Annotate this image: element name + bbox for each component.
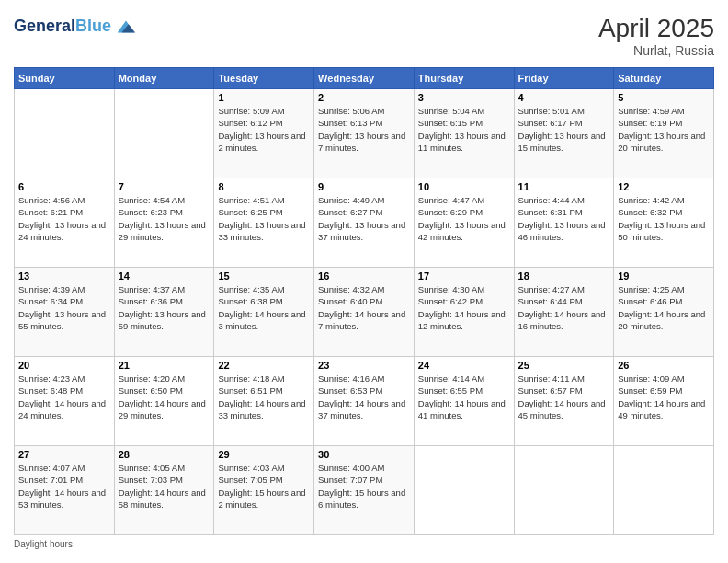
- calendar-cell: 29Sunrise: 4:03 AMSunset: 7:05 PMDayligh…: [214, 446, 314, 535]
- calendar-cell: 22Sunrise: 4:18 AMSunset: 6:51 PMDayligh…: [214, 357, 314, 446]
- calendar-cell: 17Sunrise: 4:30 AMSunset: 6:42 PMDayligh…: [414, 268, 514, 357]
- calendar-cell: [514, 446, 614, 535]
- day-number: 26: [618, 360, 710, 371]
- calendar-week-4: 20Sunrise: 4:23 AMSunset: 6:48 PMDayligh…: [15, 357, 714, 446]
- day-info: Sunrise: 4:39 AMSunset: 6:34 PMDaylight:…: [18, 283, 110, 332]
- day-number: 28: [119, 449, 210, 460]
- day-info: Sunrise: 5:01 AMSunset: 6:17 PMDaylight:…: [518, 105, 610, 154]
- logo-general: General: [14, 17, 75, 35]
- day-number: 8: [218, 181, 310, 192]
- calendar-cell: 27Sunrise: 4:07 AMSunset: 7:01 PMDayligh…: [15, 446, 115, 535]
- day-number: 7: [119, 181, 210, 192]
- calendar-cell: [114, 89, 214, 178]
- day-number: 14: [119, 270, 210, 282]
- calendar-cell: 14Sunrise: 4:37 AMSunset: 6:36 PMDayligh…: [114, 268, 214, 357]
- calendar-cell: 11Sunrise: 4:44 AMSunset: 6:31 PMDayligh…: [514, 178, 614, 268]
- day-info: Sunrise: 4:59 AMSunset: 6:19 PMDaylight:…: [618, 105, 710, 154]
- calendar-cell: 2Sunrise: 5:06 AMSunset: 6:13 PMDaylight…: [314, 89, 415, 178]
- calendar-cell: [414, 446, 514, 535]
- day-number: 13: [18, 270, 110, 282]
- header-day-saturday: Saturday: [614, 68, 714, 89]
- calendar-cell: 3Sunrise: 5:04 AMSunset: 6:15 PMDaylight…: [414, 89, 514, 178]
- day-info: Sunrise: 5:09 AMSunset: 6:12 PMDaylight:…: [218, 105, 310, 154]
- calendar-cell: 12Sunrise: 4:42 AMSunset: 6:32 PMDayligh…: [614, 178, 714, 268]
- day-info: Sunrise: 4:37 AMSunset: 6:36 PMDaylight:…: [119, 283, 210, 332]
- day-info: Sunrise: 4:03 AMSunset: 7:05 PMDaylight:…: [218, 462, 310, 511]
- calendar-cell: 23Sunrise: 4:16 AMSunset: 6:53 PMDayligh…: [314, 357, 415, 446]
- calendar-cell: 7Sunrise: 4:54 AMSunset: 6:23 PMDaylight…: [114, 178, 214, 268]
- day-info: Sunrise: 5:04 AMSunset: 6:15 PMDaylight:…: [418, 105, 510, 154]
- day-number: 22: [218, 360, 310, 371]
- header-day-tuesday: Tuesday: [214, 68, 314, 89]
- day-number: 12: [618, 181, 710, 192]
- day-number: 2: [318, 92, 410, 103]
- calendar-cell: 26Sunrise: 4:09 AMSunset: 6:59 PMDayligh…: [614, 357, 714, 446]
- day-info: Sunrise: 4:49 AMSunset: 6:27 PMDaylight:…: [318, 194, 410, 243]
- day-info: Sunrise: 4:23 AMSunset: 6:48 PMDaylight:…: [18, 373, 110, 421]
- logo-text: GeneralBlue: [14, 17, 111, 36]
- day-number: 27: [18, 449, 110, 460]
- header-day-friday: Friday: [514, 68, 614, 89]
- calendar-cell: 8Sunrise: 4:51 AMSunset: 6:25 PMDaylight…: [214, 178, 314, 268]
- calendar-cell: 15Sunrise: 4:35 AMSunset: 6:38 PMDayligh…: [214, 268, 314, 357]
- subtitle: Nurlat, Russia: [598, 43, 714, 58]
- day-number: 24: [418, 360, 510, 371]
- calendar-week-2: 6Sunrise: 4:56 AMSunset: 6:21 PMDaylight…: [15, 178, 714, 268]
- day-info: Sunrise: 4:09 AMSunset: 6:59 PMDaylight:…: [618, 373, 710, 421]
- day-number: 4: [518, 92, 610, 103]
- day-number: 15: [218, 270, 310, 282]
- calendar-cell: 25Sunrise: 4:11 AMSunset: 6:57 PMDayligh…: [514, 357, 614, 446]
- day-info: Sunrise: 4:14 AMSunset: 6:55 PMDaylight:…: [418, 373, 510, 421]
- calendar-cell: 10Sunrise: 4:47 AMSunset: 6:29 PMDayligh…: [414, 178, 514, 268]
- day-info: Sunrise: 4:42 AMSunset: 6:32 PMDaylight:…: [618, 194, 710, 243]
- calendar-week-5: 27Sunrise: 4:07 AMSunset: 7:01 PMDayligh…: [15, 446, 714, 535]
- calendar-cell: 18Sunrise: 4:27 AMSunset: 6:44 PMDayligh…: [514, 268, 614, 357]
- calendar-cell: 28Sunrise: 4:05 AMSunset: 7:03 PMDayligh…: [114, 446, 214, 535]
- day-number: 30: [318, 449, 410, 460]
- calendar-cell: 9Sunrise: 4:49 AMSunset: 6:27 PMDaylight…: [314, 178, 415, 268]
- calendar-cell: [614, 446, 714, 535]
- calendar-cell: 20Sunrise: 4:23 AMSunset: 6:48 PMDayligh…: [15, 357, 115, 446]
- day-number: 29: [218, 449, 310, 460]
- logo: GeneralBlue: [14, 14, 139, 40]
- day-number: 18: [518, 270, 610, 282]
- calendar-week-3: 13Sunrise: 4:39 AMSunset: 6:34 PMDayligh…: [15, 268, 714, 357]
- day-number: 3: [418, 92, 510, 103]
- calendar-cell: 5Sunrise: 4:59 AMSunset: 6:19 PMDaylight…: [614, 89, 714, 178]
- calendar-cell: 4Sunrise: 5:01 AMSunset: 6:17 PMDaylight…: [514, 89, 614, 178]
- day-info: Sunrise: 4:05 AMSunset: 7:03 PMDaylight:…: [119, 462, 210, 511]
- calendar-cell: 6Sunrise: 4:56 AMSunset: 6:21 PMDaylight…: [15, 178, 115, 268]
- day-number: 16: [318, 270, 410, 282]
- day-number: 20: [18, 360, 110, 371]
- day-info: Sunrise: 4:18 AMSunset: 6:51 PMDaylight:…: [218, 373, 310, 421]
- calendar-cell: 16Sunrise: 4:32 AMSunset: 6:40 PMDayligh…: [314, 268, 415, 357]
- header-day-monday: Monday: [114, 68, 214, 89]
- header-day-sunday: Sunday: [15, 68, 115, 89]
- day-info: Sunrise: 4:44 AMSunset: 6:31 PMDaylight:…: [518, 194, 610, 243]
- day-number: 6: [18, 181, 110, 192]
- day-info: Sunrise: 4:56 AMSunset: 6:21 PMDaylight:…: [18, 194, 110, 243]
- calendar-cell: 21Sunrise: 4:20 AMSunset: 6:50 PMDayligh…: [114, 357, 214, 446]
- day-info: Sunrise: 4:16 AMSunset: 6:53 PMDaylight:…: [318, 373, 410, 421]
- day-info: Sunrise: 4:25 AMSunset: 6:46 PMDaylight:…: [618, 283, 710, 332]
- day-info: Sunrise: 5:06 AMSunset: 6:13 PMDaylight:…: [318, 105, 410, 154]
- day-info: Sunrise: 4:00 AMSunset: 7:07 PMDaylight:…: [318, 462, 410, 511]
- logo-icon: [113, 14, 139, 40]
- day-number: 19: [618, 270, 710, 282]
- day-info: Sunrise: 4:51 AMSunset: 6:25 PMDaylight:…: [218, 194, 310, 243]
- calendar-cell: [15, 89, 115, 178]
- day-number: 23: [318, 360, 410, 371]
- header: GeneralBlue April 2025 Nurlat, Russia: [14, 14, 714, 58]
- header-day-thursday: Thursday: [414, 68, 514, 89]
- calendar-cell: 24Sunrise: 4:14 AMSunset: 6:55 PMDayligh…: [414, 357, 514, 446]
- main-title: April 2025: [598, 14, 714, 43]
- calendar-cell: 1Sunrise: 5:09 AMSunset: 6:12 PMDaylight…: [214, 89, 314, 178]
- day-number: 1: [218, 92, 310, 103]
- day-info: Sunrise: 4:32 AMSunset: 6:40 PMDaylight:…: [318, 283, 410, 332]
- day-info: Sunrise: 4:30 AMSunset: 6:42 PMDaylight:…: [418, 283, 510, 332]
- calendar-cell: 13Sunrise: 4:39 AMSunset: 6:34 PMDayligh…: [15, 268, 115, 357]
- day-number: 5: [618, 92, 710, 103]
- page: GeneralBlue April 2025 Nurlat, Russia Su…: [0, 0, 728, 563]
- logo-blue: Blue: [75, 17, 111, 35]
- day-info: Sunrise: 4:35 AMSunset: 6:38 PMDaylight:…: [218, 283, 310, 332]
